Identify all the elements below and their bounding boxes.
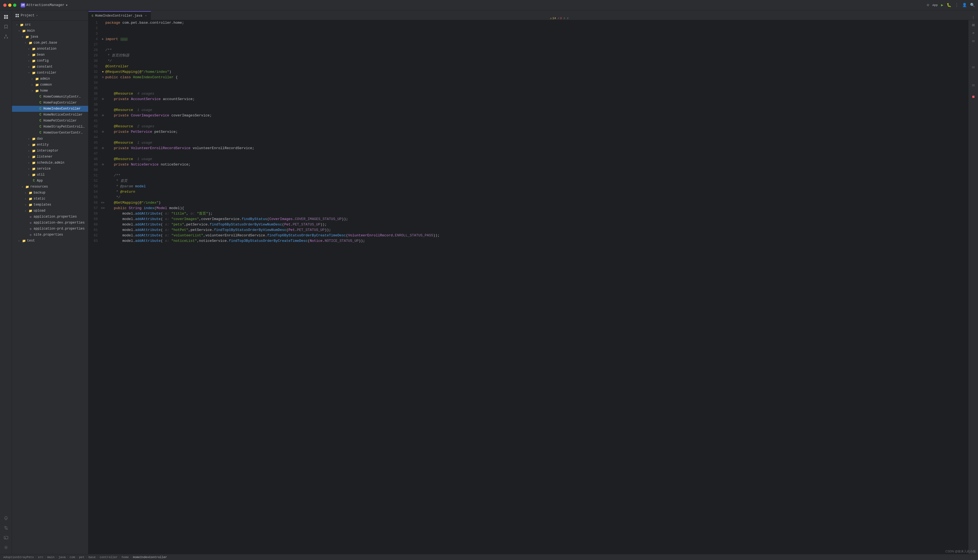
tree-item-static[interactable]: ▸ 📁 static <box>12 196 88 202</box>
code-line-52: 52 * 首页 <box>89 178 968 184</box>
tree-item-controller[interactable]: ▾ 📁 controller <box>12 70 88 76</box>
tree-item-com-pet-base[interactable]: ▾ 📁 com.pet.base <box>12 40 88 46</box>
tree-item-schedule-admin[interactable]: ▸ 📁 schedule.admin <box>12 160 88 166</box>
profile-icon[interactable]: 👤 <box>962 3 967 7</box>
sidebar-git-icon[interactable] <box>2 523 10 532</box>
tree-item-java[interactable]: ▾ 📁 java <box>12 34 88 40</box>
sidebar-bookmarks-icon[interactable] <box>2 22 10 31</box>
sidebar-structure-icon[interactable] <box>2 32 10 41</box>
debug-icon[interactable]: 🐛 <box>946 3 951 7</box>
minimize-button[interactable] <box>8 3 12 7</box>
search-icon[interactable]: 🔍 <box>970 3 975 7</box>
sidebar-notifications-icon[interactable] <box>2 513 10 522</box>
right-sidebar-collapse-btn[interactable] <box>968 20 978 30</box>
title-bar-actions: ⊞ App ▶ 🐛 ⋮ 👤 🔍 <box>927 2 975 8</box>
run-icon[interactable]: ▶ <box>941 3 943 7</box>
svg-rect-17 <box>15 16 17 17</box>
tree-item-application-prd-properties[interactable]: ▸ ⚙ application-prd.properties <box>12 226 88 232</box>
sidebar-settings-icon[interactable] <box>2 543 10 552</box>
svg-rect-12 <box>4 536 8 539</box>
svg-line-7 <box>5 36 6 37</box>
errors-count: ✓ 3 <box>557 17 562 20</box>
tree-item-resources[interactable]: ▾ 📁 resources <box>12 184 88 190</box>
code-editor[interactable]: 1 package com.pet.base.controller.home; … <box>89 20 968 554</box>
tree-item-templates[interactable]: ▸ 📁 templates <box>12 202 88 208</box>
tree-item-home[interactable]: ▾ 📁 home <box>12 88 88 94</box>
code-line-29: 29 * 首页控制器 <box>89 53 968 58</box>
tree-item-HomeFaqController[interactable]: ▸ C HomeFaqController <box>12 100 88 106</box>
header-warnings: ⚠ 14 ✓ 3 ∧ ∨ <box>550 17 570 20</box>
sidebar-project-icon[interactable] <box>2 13 10 21</box>
error-marker <box>972 96 975 98</box>
tree-item-HomeNoticeController[interactable]: ▸ C HomeNoticeController <box>12 112 88 118</box>
tree-item-site-properties[interactable]: ▸ ⚙ site.properties <box>12 232 88 238</box>
tree-item-annotation[interactable]: ▸ 📁 annotation <box>12 46 88 52</box>
code-line-28: 28 /** <box>89 47 968 53</box>
tree-item-admin[interactable]: ▸ 📁 admin <box>12 76 88 82</box>
app-switcher-icon[interactable]: ⊞ <box>927 3 929 7</box>
tree-item-test[interactable]: ▸ 📁 test <box>12 238 88 244</box>
tree-item-main[interactable]: ▾ 📁 main <box>12 28 88 34</box>
tree-item-HomePetController[interactable]: ▸ C HomePetController <box>12 118 88 124</box>
warnings-count: ⚠ 14 <box>550 17 556 20</box>
tree-item-config[interactable]: ▸ 📁 config <box>12 58 88 64</box>
tree-item-common[interactable]: ▸ 📁 common <box>12 82 88 88</box>
code-line-41: 41 <box>89 118 968 124</box>
sidebar-terminal-icon[interactable] <box>2 533 10 542</box>
tab-more-button[interactable]: ⋮ <box>969 15 978 20</box>
close-button[interactable] <box>3 3 7 7</box>
tree-item-entity[interactable]: ▸ 📁 entity <box>12 142 88 148</box>
code-line-42: 42 @Resource 2 usages <box>89 124 968 129</box>
svg-rect-16 <box>17 14 19 15</box>
code-line-4: 4 ▶ import ... <box>89 37 968 42</box>
svg-line-8 <box>6 36 7 37</box>
app-name-label: AttractionsManager <box>26 3 64 7</box>
code-line-62: 62 model.addAttribute( s: "volunteerList… <box>89 233 968 238</box>
maximize-button[interactable] <box>13 3 17 7</box>
app-icon: AM <box>21 3 25 7</box>
tab-close-button[interactable]: × <box>144 14 148 18</box>
right-sidebar-btn4[interactable] <box>968 80 978 90</box>
code-line-3: 3 <box>89 31 968 37</box>
breadcrumb-item-6: base <box>89 556 95 559</box>
svg-point-14 <box>5 547 7 548</box>
status-bar: AdoptionStrayPets › src › main › java › … <box>0 554 978 560</box>
code-line-40: 40 ⊙ private CoverImagesService coverIma… <box>89 113 968 118</box>
app-chevron: ▾ <box>65 3 68 7</box>
editor-area: C HomeIndexController.java × ⚠ 14 ✓ 3 ∧ … <box>89 10 978 554</box>
file-tree[interactable]: ▾ 📁 src ▾ 📁 main ▾ 📁 java ▾ <box>12 21 88 554</box>
tree-item-interceptor[interactable]: ▸ 📁 interceptor <box>12 148 88 154</box>
app-title: AM AttractionsManager ▾ <box>21 3 68 7</box>
tree-item-service[interactable]: ▸ 📁 service <box>12 166 88 172</box>
code-line-31: 31 @Controller <box>89 64 968 69</box>
breadcrumb-item-7: controller <box>100 556 118 559</box>
tree-item-HomeUserCenterContr[interactable]: ▸ C HomeUserCenterContr… <box>12 130 88 136</box>
tree-item-upload[interactable]: ▸ 📁 upload <box>12 208 88 214</box>
right-sidebar-btn2[interactable] <box>968 36 978 46</box>
tree-item-src[interactable]: ▾ 📁 src <box>12 22 88 28</box>
warnings-chevron-up[interactable]: ∧ <box>563 17 565 20</box>
svg-point-9 <box>5 526 6 527</box>
tree-item-application-dev-properties[interactable]: ▸ ⚙ application-dev.properties <box>12 220 88 226</box>
code-line-37: 37 ⊙ private AccountService accountServi… <box>89 97 968 102</box>
tree-item-HomeCommunityContr[interactable]: ▸ C HomeCommunityContr… <box>12 94 88 100</box>
more-run-actions-icon[interactable]: ⋮ <box>955 2 959 8</box>
watermark: CSDN @猿来入此小猿 <box>946 549 976 553</box>
breadcrumb-item-8: home <box>122 556 129 559</box>
code-line-36: 36 @Resource 4 usages <box>89 91 968 97</box>
svg-rect-1 <box>6 15 8 17</box>
tree-item-application-properties[interactable]: ▸ ⚙ application.properties <box>12 214 88 220</box>
tree-item-App[interactable]: ▸ C App <box>12 178 88 184</box>
tab-HomeIndexController[interactable]: C HomeIndexController.java × <box>89 11 151 20</box>
tree-item-constant[interactable]: ▸ 📁 constant <box>12 64 88 70</box>
tree-item-HomeStrayPetControll[interactable]: ▸ C HomeStrayPetControll… <box>12 124 88 130</box>
tree-item-bean[interactable]: ▸ 📁 bean <box>12 52 88 58</box>
right-sidebar-btn3[interactable] <box>968 62 978 72</box>
tree-item-HomeIndexController[interactable]: ▸ C HomeIndexController <box>12 106 88 112</box>
tree-item-listener[interactable]: ▸ 📁 listener <box>12 154 88 160</box>
breadcrumb-item-0: AdoptionStrayPets <box>3 556 34 559</box>
tree-item-dao[interactable]: ▸ 📁 dao <box>12 136 88 142</box>
warnings-chevron-down[interactable]: ∨ <box>567 17 569 20</box>
tree-item-util[interactable]: ▸ 📁 util <box>12 172 88 178</box>
tree-item-backup[interactable]: ▸ 📁 backup <box>12 190 88 196</box>
